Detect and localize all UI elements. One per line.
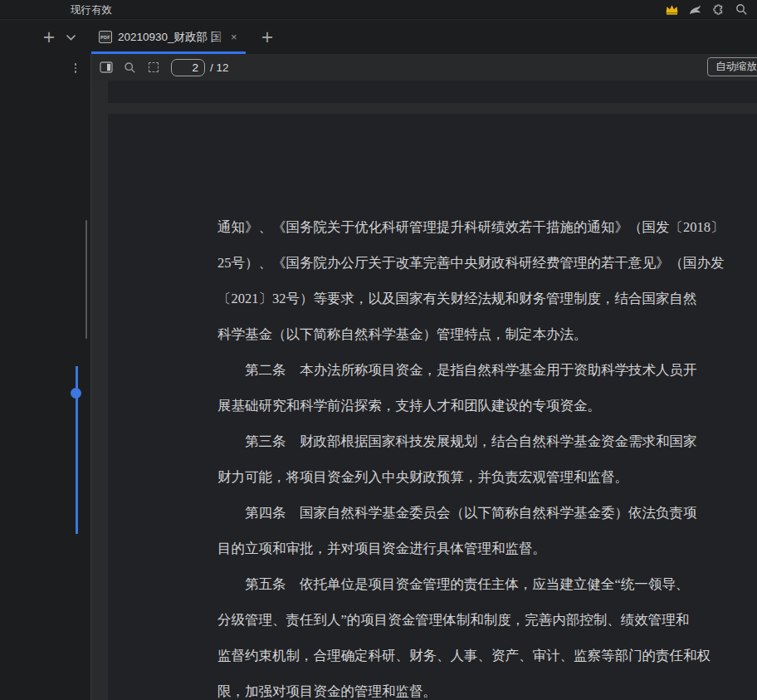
pdf-page-previous-bottom <box>108 81 757 103</box>
active-document-tab[interactable]: PDF 20210930_财政部 国 × <box>91 20 246 54</box>
document-line: 分级管理、责任到人”的项目资金管理体制和制度，完善内部控制、绩效管理和 <box>217 602 732 638</box>
document-line: 〔2021〕32号）等要求，以及国家有关财经法规和财务管理制度，结合国家自然 <box>217 281 732 316</box>
zoom-level-select[interactable]: 自动缩放 <box>707 57 757 76</box>
document-line: 展基础研究和科学前沿探索，支持人才和团队建设的专项资金。 <box>217 388 732 423</box>
legal-status-badge: 现行有效 <box>71 3 112 17</box>
page-count-label: / 12 <box>210 61 229 74</box>
kebab-menu-icon[interactable] <box>70 61 81 76</box>
crown-icon[interactable] <box>664 2 679 17</box>
pdf-page-2: 通知》、《国务院关于优化科研管理提升科研绩效若干措施的通知》（国发〔2018〕2… <box>108 114 757 700</box>
sidebar-toggle-icon[interactable] <box>97 61 115 73</box>
tab-title: 20210930_财政部 国 <box>118 31 222 43</box>
page-number-input[interactable] <box>171 59 205 76</box>
document-line: 科学基金（以下简称自然科学基金）管理特点，制定本办法。 <box>217 316 732 352</box>
sidebar-scrollbar[interactable] <box>85 220 87 339</box>
tab-bar: + PDF 20210930_财政部 国 × + <box>0 20 757 54</box>
titlebar-icons <box>664 1 749 18</box>
add-tab-button[interactable]: + <box>42 29 56 44</box>
pdf-file-icon: PDF <box>99 31 112 43</box>
document-line: 监督约束机制，合理确定科研、财务、人事、资产、审计、监察等部门的责任和权 <box>217 638 732 673</box>
document-line: 限，加强对项目资金的管理和监督。 <box>217 673 732 700</box>
viewer-sidebar <box>0 54 91 700</box>
pdf-viewer-canvas[interactable]: 通知》、《国务院关于优化科研管理提升科研绩效若干措施的通知》（国发〔2018〕2… <box>92 81 757 700</box>
extensions-icon[interactable] <box>711 2 725 17</box>
document-line: 目的立项和审批，并对项目资金进行具体管理和监督。 <box>217 531 732 566</box>
pdf-toolbar: / 12 自动缩放 <box>91 54 757 81</box>
document-line: 25号）、《国务院办公厅关于改革完善中央财政科研经费管理的若干意见》（国办发 <box>217 245 732 281</box>
document-line: 第三条 财政部根据国家科技发展规划，结合自然科学基金资金需求和国家 <box>217 423 732 459</box>
search-icon[interactable] <box>734 2 749 17</box>
marquee-select-icon[interactable] <box>144 62 163 72</box>
document-line: 第四条 国家自然科学基金委员会（以下简称自然科学基金委）依法负责项 <box>217 495 732 531</box>
document-text-block: 通知》、《国务院关于优化科研管理提升科研绩效若干措施的通知》（国发〔2018〕2… <box>217 209 732 700</box>
find-in-document-icon[interactable] <box>120 61 139 74</box>
title-bar: 现行有效 <box>0 0 757 19</box>
close-tab-icon[interactable]: × <box>231 31 237 43</box>
chevron-down-icon[interactable] <box>66 31 81 44</box>
mascot-icon[interactable] <box>687 2 702 17</box>
tab-title-fade <box>212 29 229 45</box>
document-line: 第二条 本办法所称项目资金，是指自然科学基金用于资助科学技术人员开 <box>217 352 732 388</box>
annotation-marker-dot[interactable] <box>71 388 81 399</box>
document-line: 财力可能，将项目资金列入中央财政预算，并负责宏观管理和监督。 <box>217 459 732 495</box>
app-window: 现行有效 <box>0 0 757 700</box>
document-line: 通知》、《国务院关于优化科研管理提升科研绩效若干措施的通知》（国发〔2018〕 <box>217 209 732 245</box>
tab-title-wrap: 20210930_财政部 国 <box>118 29 229 45</box>
new-tab-button[interactable]: + <box>260 29 275 44</box>
document-line: 第五条 依托单位是项目资金管理的责任主体，应当建立健全“统一领导、 <box>217 566 732 602</box>
